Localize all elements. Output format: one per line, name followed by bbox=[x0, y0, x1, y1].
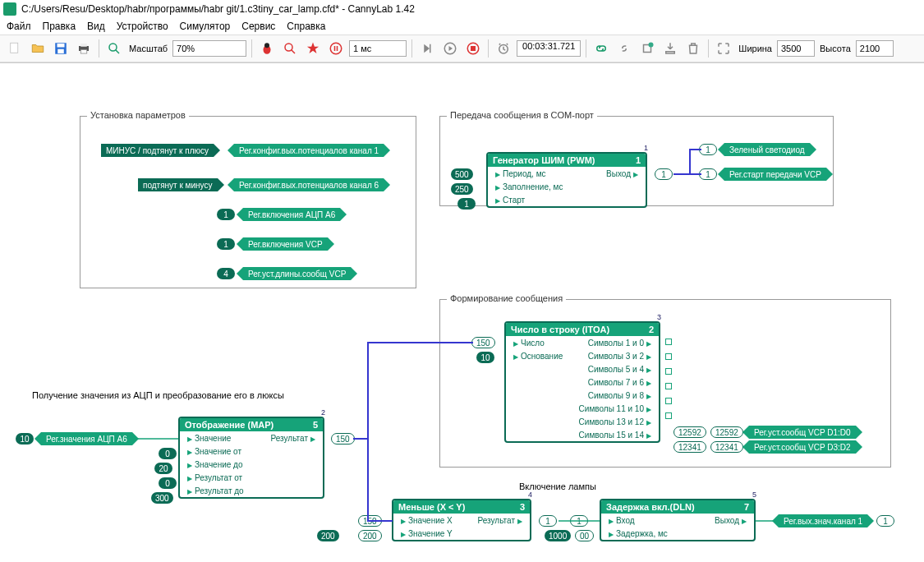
svg-point-10 bbox=[264, 43, 269, 48]
chip-vcp-start[interactable]: Рег.старт передачи VCP bbox=[724, 168, 826, 181]
val-1[interactable]: 1 bbox=[457, 198, 476, 210]
zoom-fit-button[interactable] bbox=[104, 39, 124, 58]
map-20[interactable]: 20 bbox=[154, 463, 172, 474]
val-one-adc[interactable]: 1 bbox=[217, 209, 235, 220]
sim-time: 00:03:31.721 bbox=[517, 40, 581, 57]
open-file-button[interactable] bbox=[28, 39, 48, 58]
chip-pull-minus[interactable]: подтянут к минусу bbox=[138, 178, 218, 191]
chip-reg-pot6[interactable]: Рег.конфиг.вых.потенциалов канал 6 bbox=[234, 178, 384, 191]
stop-button[interactable] bbox=[463, 39, 483, 58]
sym14-b: 12341 bbox=[710, 441, 743, 453]
group-params: Установка параметров bbox=[80, 116, 416, 288]
link-button[interactable] bbox=[591, 39, 611, 58]
block-lt[interactable]: 4 Меньше (X < Y)3 Значение XРезультат Зн… bbox=[392, 499, 531, 541]
pwm-branch-2: 1 bbox=[699, 168, 717, 180]
comp-200b: 200 bbox=[358, 530, 382, 541]
term-6 bbox=[665, 412, 672, 419]
unlink-button[interactable] bbox=[614, 39, 634, 58]
fit-canvas-button[interactable] bbox=[714, 39, 733, 58]
block-map[interactable]: 2 Отображение (MAP)5 ЗначениеРезультат З… bbox=[178, 417, 324, 499]
chip-info-button[interactable] bbox=[637, 39, 657, 58]
group-com-title: Передача сообщения в COM-порт bbox=[447, 110, 597, 120]
pause-button[interactable] bbox=[326, 39, 346, 58]
svg-rect-14 bbox=[334, 46, 336, 51]
chip-reg-pot1[interactable]: Рег.конфиг.вых.потенциалов канал 1 bbox=[234, 144, 384, 157]
width-label: Ширина bbox=[738, 44, 772, 53]
canvas[interactable]: Установка параметров МИНУС / подтянут к … bbox=[0, 63, 924, 562]
svg-point-13 bbox=[330, 43, 342, 54]
val-one-vcp[interactable]: 1 bbox=[217, 238, 235, 250]
svg-rect-19 bbox=[471, 46, 476, 51]
menu-device[interactable]: Устройство bbox=[117, 21, 168, 32]
term-2 bbox=[665, 353, 672, 360]
block-itoa[interactable]: 3 Число в строку (ITOA)2 ЧислоСимволы 1 … bbox=[504, 321, 660, 443]
chip-vcp-d10[interactable]: Рег.уст.сообщ VCP D1:D0 bbox=[749, 426, 856, 439]
svg-line-8 bbox=[116, 50, 120, 54]
height-input[interactable] bbox=[856, 40, 894, 57]
canvas-scroll[interactable]: Установка параметров МИНУС / подтянут к … bbox=[0, 62, 924, 562]
menu-simulator[interactable]: Симулятор bbox=[180, 21, 231, 32]
menu-service[interactable]: Сервис bbox=[241, 21, 275, 32]
pwm-out-val: 1 bbox=[655, 168, 673, 180]
window-title: C:/Users/Resu/Desktop/habr/программы/hab… bbox=[21, 3, 415, 15]
svg-point-22 bbox=[649, 43, 654, 48]
comp-in-200[interactable]: 200 bbox=[317, 530, 339, 541]
clock-button[interactable] bbox=[494, 39, 513, 58]
menu-help[interactable]: Справка bbox=[287, 21, 325, 32]
map-0b[interactable]: 0 bbox=[159, 477, 177, 489]
search-red-button[interactable] bbox=[280, 39, 300, 58]
map-150b: 150 bbox=[358, 515, 382, 527]
star-button[interactable] bbox=[303, 39, 323, 58]
new-file-button[interactable] bbox=[5, 39, 25, 58]
chip-minus-pull[interactable]: МИНУС / подтянут к плюсу bbox=[101, 144, 214, 157]
chip-reg-adc[interactable]: Рег.включения АЦП A6 bbox=[243, 208, 340, 221]
chip-reg-vcp-len[interactable]: Рег.уст.длины.сообщ VCP bbox=[243, 267, 351, 280]
step-select[interactable] bbox=[349, 40, 407, 57]
print-button[interactable] bbox=[74, 39, 94, 58]
map-300[interactable]: 300 bbox=[151, 492, 173, 504]
pwm-branch-1: 1 bbox=[699, 144, 717, 155]
menu-file[interactable]: Файл bbox=[7, 21, 31, 32]
menu-edit[interactable]: Правка bbox=[43, 21, 76, 32]
bug-button[interactable] bbox=[257, 39, 277, 58]
menu-bar: Файл Правка Вид Устройство Симулятор Сер… bbox=[0, 18, 924, 35]
step-forward-button[interactable] bbox=[417, 39, 437, 58]
svg-rect-5 bbox=[80, 44, 87, 47]
zoom-select[interactable] bbox=[172, 40, 246, 57]
val-four[interactable]: 4 bbox=[217, 268, 235, 279]
chip-adc-val[interactable]: Рег.значения АЦП A6 bbox=[41, 432, 132, 445]
block-dln[interactable]: 5 Задержка вкл.(DLN)7 ВходВыход Задержка… bbox=[600, 499, 756, 541]
val-250[interactable]: 250 bbox=[451, 183, 473, 195]
chip-green-led[interactable]: Зеленый светодиод bbox=[724, 143, 810, 156]
sym12-b: 12592 bbox=[710, 426, 743, 438]
dln-out-1: 1 bbox=[876, 515, 894, 527]
width-input[interactable] bbox=[777, 40, 815, 57]
save-button[interactable] bbox=[51, 39, 71, 58]
sym14-a: 12341 bbox=[673, 441, 706, 453]
group-adc-title: Получение значения из АЦП и преобразован… bbox=[32, 390, 284, 400]
term-1 bbox=[665, 339, 672, 345]
lt-out-1: 1 bbox=[539, 515, 557, 527]
title-bar: C:/Users/Resu/Desktop/habr/программы/hab… bbox=[0, 0, 924, 18]
svg-rect-0 bbox=[11, 43, 18, 53]
svg-line-12 bbox=[292, 50, 296, 54]
play-button[interactable] bbox=[440, 39, 460, 58]
map-0a[interactable]: 0 bbox=[159, 448, 177, 459]
chip-reg-vcp-en[interactable]: Рег.включения VCP bbox=[243, 237, 328, 251]
download-button[interactable] bbox=[660, 39, 680, 58]
svg-rect-3 bbox=[57, 49, 64, 53]
dln-1000[interactable]: 1000 bbox=[545, 530, 571, 541]
toolbar: Масштаб 00:03:31.721 Ширина Высота bbox=[0, 35, 924, 62]
term-3 bbox=[665, 368, 672, 375]
adc-10[interactable]: 10 bbox=[16, 433, 34, 445]
trash-button[interactable] bbox=[683, 39, 703, 58]
block-pwm[interactable]: 1 Генератор ШИМ (PWM)1 Период, мсВыход З… bbox=[486, 152, 647, 208]
itoa-base[interactable]: 10 bbox=[476, 352, 494, 363]
val-500[interactable]: 500 bbox=[451, 168, 473, 180]
menu-view[interactable]: Вид bbox=[87, 21, 105, 32]
zoom-label: Масштаб bbox=[129, 44, 168, 53]
chip-out-ch1[interactable]: Рег.вых.знач.канал 1 bbox=[779, 514, 867, 527]
term-4 bbox=[665, 383, 672, 389]
chip-vcp-d32[interactable]: Рег.уст.сообщ VCP D3:D2 bbox=[749, 440, 856, 454]
svg-rect-2 bbox=[57, 44, 65, 48]
